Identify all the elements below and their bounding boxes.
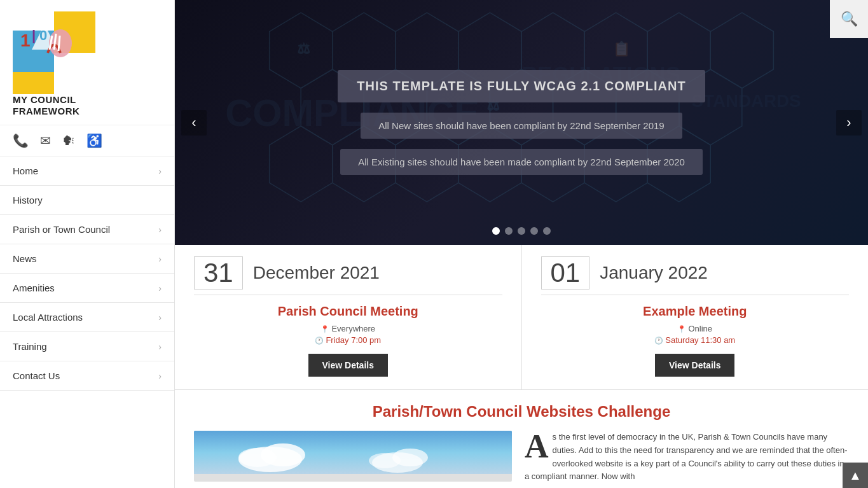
hero-line2: All Existing sites should have been made… — [340, 149, 703, 175]
event-title-1: Parish Council Meeting — [194, 304, 502, 319]
chevron-right-icon: › — [158, 225, 162, 235]
svg-point-4 — [49, 29, 72, 57]
article-title: Parish/Town Council Websites Challenge — [194, 403, 849, 421]
hero-content-area: THIS TEMPLATE IS FULLY WCAG 2.1 COMPLIAN… — [175, 0, 868, 245]
email-icon[interactable]: ✉ — [40, 133, 51, 148]
slider-prev-button[interactable]: ‹ — [181, 110, 207, 136]
article-section-wrapper: Parish/Town Council Websites Challenge — [175, 390, 868, 488]
site-logo: 1 | 0 — [13, 11, 95, 94]
search-button[interactable]: 🔍 — [830, 0, 868, 38]
nav-item-label: News — [13, 253, 37, 264]
event-month-year-1: December 2021 — [253, 263, 380, 283]
nav-item-amenities[interactable]: Amenities› — [0, 274, 174, 303]
contact-icons-bar: 📞 ✉ 🗣 ♿ — [0, 125, 174, 157]
nav-menu: Home›HistoryParish or Town Council›News›… — [0, 157, 174, 488]
event-month-year-2: January 2022 — [600, 263, 708, 283]
view-details-button-2[interactable]: View Details — [655, 354, 734, 377]
slider-dot-1[interactable] — [492, 227, 500, 235]
search-icon: 🔍 — [841, 11, 858, 27]
event-col-1: 31 December 2021 Parish Council Meeting … — [175, 245, 522, 389]
hero-slider: ⚖ ⚖ 📋 COMPLIANCE REGULATIONS STANDARDS T… — [175, 0, 868, 245]
event-date-header-1: 31 December 2021 — [194, 256, 502, 295]
event-date-header-2: 01 January 2022 — [541, 256, 850, 295]
svg-text:|: | — [32, 27, 36, 43]
svg-text:0: 0 — [39, 27, 47, 43]
article-section: Parish/Town Council Websites Challenge — [175, 390, 868, 488]
events-section: 31 December 2021 Parish Council Meeting … — [175, 245, 868, 390]
svg-point-41 — [238, 448, 277, 467]
event-time-2: Saturday 11:30 am — [541, 335, 850, 345]
nav-item-local-attractions[interactable]: Local Attractions› — [0, 303, 174, 332]
sidebar: 1 | 0 MY COUNCIL FRAMEWORK 📞 ✉ 🗣 ♿ Home›… — [0, 0, 175, 488]
slider-dot-5[interactable] — [543, 227, 551, 235]
nav-item-label: History — [13, 195, 43, 206]
event-col-2: 01 January 2022 Example Meeting Online S… — [522, 245, 869, 389]
event-location-1: Everywhere — [194, 324, 502, 333]
nav-item-label: Training — [13, 341, 47, 352]
chevron-right-icon: › — [158, 166, 162, 176]
svg-point-44 — [369, 453, 401, 468]
hero-badge: THIS TEMPLATE IS FULLY WCAG 2.1 COMPLIAN… — [338, 70, 705, 102]
hero-line1: All New sites should have been compliant… — [361, 113, 682, 139]
svg-text:1: 1 — [20, 31, 31, 50]
nav-item-label: Local Attractions — [13, 312, 83, 323]
slider-dot-3[interactable] — [518, 227, 525, 235]
nav-item-contact-us[interactable]: Contact Us› — [0, 361, 174, 391]
accessibility-icon[interactable]: ♿ — [86, 133, 102, 148]
svg-marker-2 — [13, 72, 54, 94]
article-body-text: s the first level of democracy in the UK… — [525, 432, 848, 481]
nav-item-label: Contact Us — [13, 370, 60, 381]
chevron-right-icon: › — [158, 312, 162, 323]
scroll-up-icon: ▲ — [849, 468, 862, 483]
event-location-2: Online — [541, 324, 850, 333]
nav-item-label: Parish or Town Council — [13, 224, 110, 235]
chevron-right-icon: › — [158, 371, 162, 381]
article-body: A s the first level of democracy in the … — [194, 431, 849, 488]
slider-dots — [492, 227, 551, 235]
nav-item-training[interactable]: Training› — [0, 332, 174, 361]
event-day-2: 01 — [541, 256, 590, 289]
nav-item-label: Home — [13, 165, 38, 176]
translate-icon[interactable]: 🗣 — [62, 134, 75, 148]
logo-area: 1 | 0 MY COUNCIL FRAMEWORK — [0, 0, 174, 125]
phone-icon[interactable]: 📞 — [13, 133, 29, 148]
slider-dot-2[interactable] — [505, 227, 513, 235]
slider-next-button[interactable]: › — [836, 110, 862, 136]
view-details-button-1[interactable]: View Details — [308, 354, 388, 377]
chevron-right-icon: › — [158, 342, 162, 352]
nav-item-history[interactable]: History — [0, 186, 174, 215]
nav-item-news[interactable]: News› — [0, 244, 174, 274]
article-image — [194, 431, 512, 482]
chevron-right-icon: › — [158, 283, 162, 293]
slider-dot-4[interactable] — [530, 227, 538, 235]
event-day-1: 31 — [194, 256, 243, 289]
event-title-2: Example Meeting — [541, 304, 850, 319]
nav-item-label: Amenities — [13, 282, 55, 293]
scroll-to-top-button[interactable]: ▲ — [843, 463, 868, 488]
main-content: 🔍 — [175, 0, 868, 488]
nav-item-parish-or-town-council[interactable]: Parish or Town Council› — [0, 215, 174, 244]
svg-line-10 — [59, 36, 60, 51]
chevron-right-icon: › — [158, 254, 162, 264]
nav-item-home[interactable]: Home› — [0, 157, 174, 186]
article-drop-cap: A — [525, 433, 549, 460]
event-time-1: Friday 7:00 pm — [194, 335, 502, 345]
brand-name: MY COUNCIL FRAMEWORK — [13, 94, 79, 117]
